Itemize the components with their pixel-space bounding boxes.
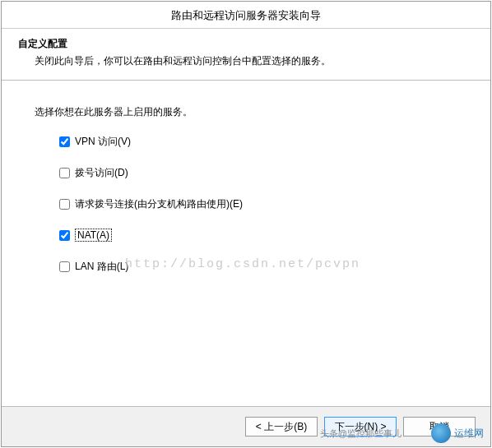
checkbox-label: NAT(A) [75,229,112,242]
option-nat[interactable]: NAT(A) [59,228,466,242]
option-demand-dial[interactable]: 请求拨号连接(由分支机构路由使用)(E) [59,196,466,211]
back-button[interactable]: < 上一步(B) [245,417,318,436]
checkbox-label: LAN 路由(L) [75,260,128,274]
cancel-button[interactable]: 取消 [403,417,476,436]
dialog-title: 路由和远程访问服务器安装向导 [2,2,490,29]
header-section: 自定义配置 关闭此向导后，你可以在路由和远程访问控制台中配置选择的服务。 [2,29,490,81]
checkbox-lan-routing[interactable] [59,261,70,272]
checkbox-demand-dial[interactable] [59,199,70,210]
option-dialup-access[interactable]: 拨号访问(D) [59,165,466,180]
checkbox-vpn-access[interactable] [59,136,70,147]
instruction-text: 选择你想在此服务器上启用的服务。 [35,105,466,119]
checkbox-label: VPN 访问(V) [75,135,131,149]
source-attribution: 头条@监控那些事儿 [320,427,401,440]
footer-buttons: < 上一步(B) 下一步(N) > 取消 [2,406,490,446]
header-title: 自定义配置 [18,37,474,51]
option-lan-routing[interactable]: LAN 路由(L) [59,259,466,274]
wizard-dialog: 路由和远程访问服务器安装向导 自定义配置 关闭此向导后，你可以在路由和远程访问控… [1,1,491,447]
body-section: 选择你想在此服务器上启用的服务。 VPN 访问(V) 拨号访问(D) 请求拨号连… [2,81,490,406]
checkbox-nat[interactable] [59,230,70,241]
checkbox-label: 请求拨号连接(由分支机构路由使用)(E) [75,197,243,211]
header-description: 关闭此向导后，你可以在路由和远程访问控制台中配置选择的服务。 [18,54,474,68]
option-vpn-access[interactable]: VPN 访问(V) [59,134,466,149]
checkbox-dialup-access[interactable] [59,168,70,178]
checkbox-label: 拨号访问(D) [75,166,128,180]
